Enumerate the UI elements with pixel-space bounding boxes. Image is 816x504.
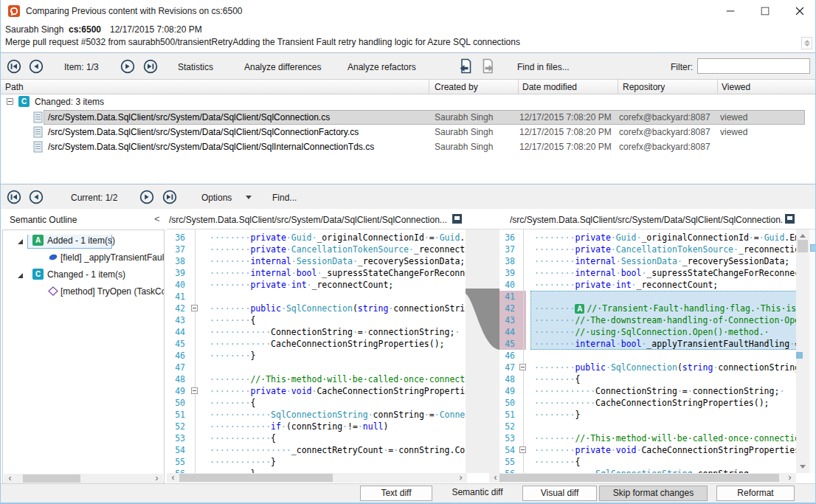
tree-expander-icon[interactable] (16, 238, 24, 245)
minimize-button[interactable] (713, 0, 747, 22)
code-line: ············} (210, 456, 276, 468)
cell-date: 12/17/2015 7:08:20 PM (519, 127, 612, 137)
code-line: ········private·int·_reconnectCount; (534, 279, 718, 291)
column-path[interactable]: Path (5, 82, 24, 92)
filter-input[interactable] (697, 58, 810, 74)
column-repository[interactable]: Repository (623, 82, 665, 92)
code-line: ········//·The·downstream·handling·of·Co… (534, 314, 796, 326)
field-icon (48, 252, 58, 262)
diff-connector-area (466, 229, 499, 473)
code-line: ········} (210, 468, 255, 473)
code-line: ········A//·Transient·Fault·handling·fla… (534, 303, 796, 314)
fold-collapse-icon[interactable] (519, 364, 526, 370)
outline-item[interactable]: AAdded - 1 item(s) (3, 235, 164, 250)
file-table-header: Path Created by Date modified Repository… (1, 79, 816, 94)
semantic-diff-button[interactable]: Semantic diff (437, 486, 518, 501)
line-number: 56 (499, 468, 515, 473)
next-diff-button[interactable] (139, 190, 154, 204)
statistics-button[interactable]: Statistics (178, 62, 213, 72)
skip-format-changes-button[interactable]: Skip format changes (599, 486, 708, 501)
fold-collapse-icon[interactable] (191, 387, 198, 394)
line-number: 56 (167, 468, 185, 473)
analyze-refactors-button[interactable]: Analyze refactors (348, 62, 416, 72)
group-row-changed[interactable]: C Changed: 3 items (1, 94, 816, 109)
column-viewed[interactable]: Viewed (722, 82, 750, 92)
line-number: 48 (499, 373, 515, 385)
code-line: ········private·Guid·_originalConnection… (534, 232, 796, 244)
left-pane-maximize-icon[interactable] (452, 214, 462, 224)
code-line: ········private·void·CacheConnectionStri… (210, 385, 466, 397)
line-number: 45 (499, 338, 515, 350)
text-diff-button[interactable]: Text diff (360, 486, 432, 501)
outline-item[interactable]: [method] TryOpen (TaskCo (3, 286, 164, 301)
cell-repo: corefx@backyard:8087 (619, 142, 710, 152)
fold-collapse-icon[interactable] (191, 305, 198, 311)
collapse-expander-icon[interactable] (7, 98, 13, 105)
options-button[interactable]: Options (201, 193, 232, 203)
column-date-modified[interactable]: Date modified (522, 82, 577, 92)
reformat-button[interactable]: Reformat (716, 486, 795, 501)
line-number: 48 (167, 373, 185, 385)
close-button[interactable] (783, 0, 816, 22)
table-row[interactable]: /src/System.Data.SqlClient/src/System/Da… (1, 110, 816, 125)
previous-item-button[interactable] (29, 59, 44, 74)
last-diff-button[interactable] (162, 190, 177, 204)
code-line: ················_connectRetryCount·=·con… (210, 444, 466, 456)
find-in-files-button[interactable]: Find in files... (517, 62, 570, 72)
table-row[interactable]: /src/System.Data.SqlClient/src/System/Da… (1, 139, 816, 154)
first-diff-button[interactable] (7, 190, 21, 204)
last-item-button[interactable] (143, 59, 158, 74)
right-pane-vscrollbar[interactable] (796, 229, 809, 473)
code-line: ········internal·bool·_supressStateChang… (210, 267, 466, 279)
message-scroll-spinner[interactable] (801, 37, 812, 49)
line-number: 52 (167, 421, 185, 432)
cell-path: /src/System.Data.SqlClient/src/System/Da… (48, 127, 359, 137)
left-pane-hscrollbar[interactable]: ‹ › (167, 473, 467, 483)
outline-hscrollbar[interactable]: ‹ › (4, 474, 163, 483)
column-created-by[interactable]: Created by (435, 82, 478, 92)
cell-by: Saurabh Singh (435, 142, 493, 152)
line-number: 36 (499, 232, 515, 244)
window-title: Comparing Previous content with Revision… (26, 6, 242, 16)
line-number: 53 (499, 432, 515, 444)
analyze-differences-button[interactable]: Analyze differences (244, 62, 322, 72)
line-number: 47 (167, 362, 185, 373)
code-line: ········private·int·_reconnectCount; (210, 279, 393, 291)
export-left-icon[interactable] (458, 58, 473, 75)
right-pane-maximize-icon[interactable] (785, 214, 795, 224)
first-item-button[interactable] (7, 59, 21, 74)
fold-collapse-icon[interactable] (519, 446, 526, 453)
file-icon (33, 126, 43, 138)
footer-bar: Text diff Semantic diff Visual diff Skip… (1, 483, 816, 503)
find-button[interactable]: Find... (272, 193, 297, 203)
outline-item[interactable]: CChanged - 1 item(s) (3, 269, 164, 284)
line-number: 49 (499, 385, 515, 397)
changeset-id: cs:6500 (69, 24, 101, 35)
added-badge: A (32, 235, 44, 246)
line-number: 39 (167, 267, 185, 279)
next-item-button[interactable] (120, 59, 135, 74)
outline-item[interactable]: [field] _applyTransientFaultH (3, 252, 164, 267)
line-number: 55 (499, 456, 515, 468)
options-caret-icon[interactable] (246, 196, 252, 199)
previous-diff-button[interactable] (29, 190, 44, 204)
export-right-icon[interactable] (480, 58, 495, 75)
right-pane-hscrollbar[interactable]: ‹ › (489, 473, 796, 483)
cell-date: 12/17/2015 7:08:20 PM (519, 112, 612, 122)
line-number: 50 (499, 397, 515, 409)
code-line: ········//·This·method·will·be·called·on… (210, 373, 466, 385)
code-line: ············CacheConnectionStringPropert… (534, 397, 770, 409)
code-line: ········{ (210, 397, 255, 409)
tree-expander-icon[interactable] (16, 272, 24, 279)
outline-collapse-button[interactable]: < (154, 213, 160, 224)
table-row[interactable]: /src/System.Data.SqlClient/src/System/Da… (1, 125, 816, 139)
line-number: 51 (167, 409, 185, 421)
diff-area: Semantic Outline < /src/System.Data.SqlC… (1, 209, 816, 483)
visual-diff-button[interactable]: Visual diff (522, 486, 597, 501)
cell-repo: corefx@backyard:8087 (619, 127, 710, 137)
line-number: 50 (167, 397, 185, 409)
maximize-button[interactable] (748, 0, 782, 22)
right-code-pane: 36········private·Guid·_originalConnecti… (499, 229, 796, 473)
line-number: 43 (167, 314, 185, 326)
outline-item-label: Changed - 1 item(s) (47, 269, 125, 280)
